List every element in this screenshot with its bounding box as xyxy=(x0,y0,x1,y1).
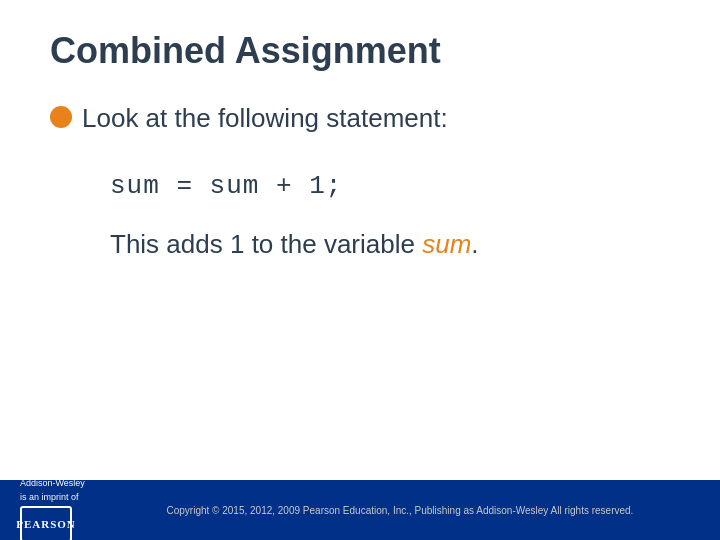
brand-line1: Addison-Wesley xyxy=(20,478,85,489)
footer-copyright: Copyright © 2015, 2012, 2009 Pearson Edu… xyxy=(100,505,700,516)
description-suffix: . xyxy=(471,229,478,259)
description-prefix: This adds 1 to the variable xyxy=(110,229,422,259)
slide-title: Combined Assignment xyxy=(50,30,670,72)
bullet-item: Look at the following statement: xyxy=(50,102,670,136)
bullet-dot-icon xyxy=(50,106,72,128)
code-block: sum = sum + 1; xyxy=(110,171,670,201)
slide-container: Combined Assignment Look at the followin… xyxy=(0,0,720,540)
brand-line2: is an imprint of xyxy=(20,492,79,503)
pearson-badge: PEARSON xyxy=(20,506,72,540)
description-line: This adds 1 to the variable sum. xyxy=(110,226,670,262)
description-highlighted-word: sum xyxy=(422,229,471,259)
footer-branding: Addison-Wesley is an imprint of PEARSON xyxy=(20,478,85,540)
bullet-text: Look at the following statement: xyxy=(82,102,448,136)
pearson-badge-text: PEARSON xyxy=(16,518,76,530)
footer: Addison-Wesley is an imprint of PEARSON … xyxy=(0,480,720,540)
